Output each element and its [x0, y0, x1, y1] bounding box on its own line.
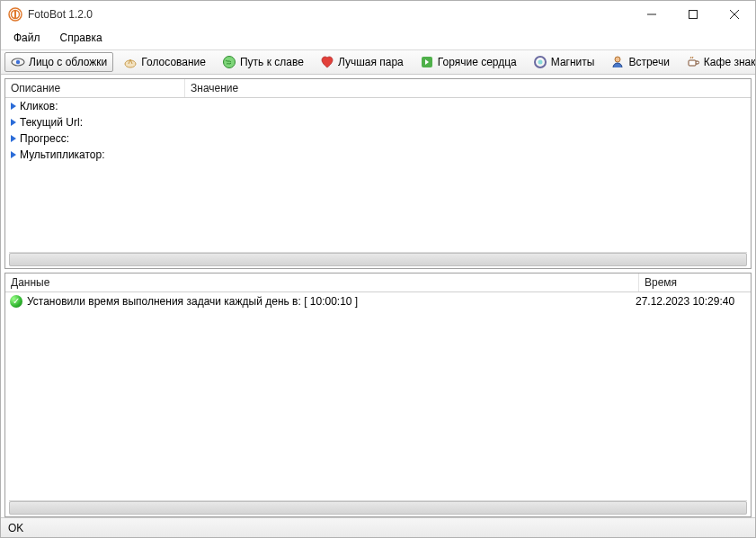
toolbar-voting[interactable]: Голосование: [117, 52, 212, 72]
svg-rect-3: [689, 11, 698, 19]
info-row[interactable]: Кликов:: [5, 98, 751, 114]
info-panel: Описание Значение Кликов: Текущий Url: П…: [4, 78, 752, 269]
toolbar-label: Магниты: [551, 56, 595, 68]
people-icon: [610, 55, 625, 69]
expand-icon: [11, 151, 16, 158]
menu-help[interactable]: Справка: [57, 30, 106, 46]
flame-icon: [420, 55, 434, 69]
globe-icon: [222, 55, 236, 69]
info-desc: Мультипликатор:: [20, 148, 105, 161]
log-col-data[interactable]: Данные: [5, 273, 639, 291]
log-columns: Данные Время: [5, 273, 751, 292]
toolbar-label: Кафе знакомств: [704, 56, 756, 68]
info-row[interactable]: Мультипликатор:: [5, 147, 751, 163]
minimize-button[interactable]: [631, 1, 672, 28]
maximize-button[interactable]: [672, 1, 714, 28]
magnet-icon: [533, 55, 547, 69]
info-desc: Кликов:: [20, 100, 58, 112]
log-panel: Данные Время ✓ Установили время выполнен…: [4, 273, 752, 517]
toolbar-label: Встречи: [628, 56, 669, 68]
info-desc: Прогресс:: [20, 132, 69, 145]
svg-point-10: [538, 60, 542, 65]
expand-icon: [11, 135, 16, 142]
status-bar: OK: [1, 517, 755, 537]
svg-point-11: [615, 57, 620, 62]
svg-point-7: [223, 57, 235, 68]
toolbar-cover-face[interactable]: Лицо с обложки: [4, 52, 113, 72]
info-col-value[interactable]: Значение: [185, 79, 751, 97]
window-title: FotoBot 1.2.0: [28, 8, 93, 21]
info-hscrollbar[interactable]: [9, 252, 747, 266]
log-row[interactable]: ✓ Установили время выполнения задачи каж…: [5, 292, 751, 310]
toolbar-dating-cafe[interactable]: Кафе знакомств: [680, 52, 756, 72]
check-icon: ✓: [9, 294, 23, 309]
toolbar-label: Лучшая пара: [338, 56, 404, 68]
menu-bar: Файл Справка: [1, 28, 755, 50]
app-icon: [8, 7, 22, 22]
expand-icon: [11, 103, 16, 110]
info-row[interactable]: Прогресс:: [5, 130, 751, 147]
toolbar-label: Путь к славе: [240, 56, 304, 68]
title-bar: FotoBot 1.2.0: [1, 1, 755, 28]
svg-point-5: [16, 60, 20, 64]
toolbar-best-pair[interactable]: Лучшая пара: [314, 52, 410, 72]
close-button[interactable]: [714, 1, 755, 28]
info-rows: Кликов: Текущий Url: Прогресс: Мультипли…: [5, 98, 751, 252]
menu-file[interactable]: Файл: [10, 30, 44, 46]
status-text: OK: [8, 522, 23, 534]
toolbar-label: Голосование: [141, 56, 206, 68]
toolbar-hot-hearts[interactable]: Горячие сердца: [414, 52, 523, 72]
eye-icon: [11, 55, 25, 69]
content-area: Описание Значение Кликов: Текущий Url: П…: [1, 75, 755, 517]
toolbar-path-to-glory[interactable]: Путь к славе: [216, 52, 310, 72]
info-columns: Описание Значение: [5, 79, 751, 98]
toolbar: Лицо с обложки Голосование Путь к славе …: [1, 50, 755, 75]
expand-icon: [11, 119, 16, 126]
info-col-description[interactable]: Описание: [5, 79, 185, 97]
info-row[interactable]: Текущий Url:: [5, 114, 751, 130]
toolbar-magnets[interactable]: Магниты: [527, 52, 601, 72]
log-rows: ✓ Установили время выполнения задачи каж…: [5, 292, 751, 500]
log-col-time[interactable]: Время: [639, 273, 751, 291]
log-time: 27.12.2023 10:29:40: [636, 295, 747, 308]
svg-rect-12: [689, 60, 696, 66]
log-message: Установили время выполнения задачи кажды…: [27, 295, 636, 308]
toolbar-label: Лицо с обложки: [29, 56, 107, 68]
thumbs-up-icon: [123, 55, 138, 69]
svg-rect-2: [14, 11, 16, 19]
info-desc: Текущий Url:: [20, 116, 83, 129]
heart-icon: [320, 55, 334, 69]
toolbar-label: Горячие сердца: [438, 56, 517, 68]
toolbar-meetings[interactable]: Встречи: [604, 52, 675, 72]
coffee-icon: [686, 55, 700, 69]
log-hscrollbar[interactable]: [9, 500, 747, 515]
